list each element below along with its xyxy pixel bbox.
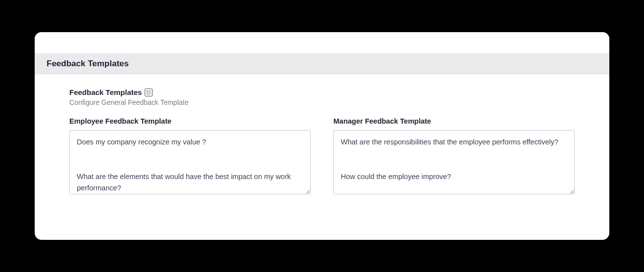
- manager-template-label: Manager Feedback Template: [333, 117, 575, 125]
- employee-template-label: Employee Feedback Template: [69, 117, 311, 125]
- section-header: Feedback Templates: [35, 54, 609, 74]
- page-subtitle: Configure General Feedback Template: [69, 98, 575, 106]
- page-heading: Feedback Templates: [69, 88, 142, 96]
- building-icon: [145, 89, 153, 96]
- section-title: Feedback Templates: [47, 59, 597, 69]
- employee-template-column: Employee Feedback Template: [69, 117, 311, 196]
- settings-window: Feedback Templates Feedback Templates Co…: [35, 32, 609, 240]
- employee-feedback-textarea[interactable]: [69, 130, 311, 194]
- content-area: Feedback Templates Configure General Fee…: [35, 74, 609, 240]
- page-title-row: Feedback Templates: [69, 88, 575, 96]
- template-columns: Employee Feedback Template Manager Feedb…: [69, 117, 575, 196]
- window-top-bar: [35, 32, 609, 54]
- manager-feedback-textarea[interactable]: [333, 130, 575, 194]
- manager-template-column: Manager Feedback Template: [333, 117, 575, 196]
